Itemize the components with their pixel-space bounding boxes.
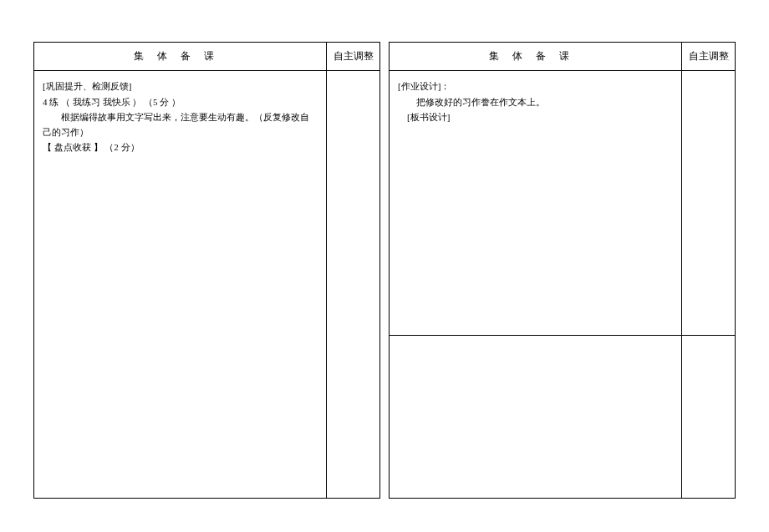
right-body-adjust-bottom xyxy=(681,336,735,498)
right-body-main-top: [作业设计]： 把修改好的习作誊在作文本上。 [板书设计] xyxy=(390,71,681,335)
right-pane: 集体备课 自主调整 [作业设计]： 把修改好的习作誊在作文本上。 [板书设计] xyxy=(389,42,736,499)
right-body-row-top: [作业设计]： 把修改好的习作誊在作文本上。 [板书设计] xyxy=(390,71,735,336)
right-line-1: [作业设计]： xyxy=(398,79,673,94)
left-body-adjust xyxy=(326,71,379,498)
left-pane: 集体备课 自主调整 [巩固提升、检测反馈] 4 练 （ 我练习 我快乐 ） （5… xyxy=(33,42,380,499)
left-line-4: 【 盘点收获 】 （2 分） xyxy=(43,140,318,155)
right-line-3: [板书设计] xyxy=(398,110,673,125)
left-body-main: [巩固提升、检测反馈] 4 练 （ 我练习 我快乐 ） （5 分 ） 根据编得故… xyxy=(34,71,326,498)
right-header-adjust: 自主调整 xyxy=(681,43,735,70)
page-container: 集体备课 自主调整 [巩固提升、检测反馈] 4 练 （ 我练习 我快乐 ） （5… xyxy=(33,42,736,499)
left-header-row: 集体备课 自主调整 xyxy=(34,43,379,71)
right-body-row-bottom xyxy=(390,336,735,498)
left-header-main: 集体备课 xyxy=(34,43,326,70)
right-body-main-bottom xyxy=(390,336,681,498)
left-header-adjust: 自主调整 xyxy=(326,43,379,70)
right-header-row: 集体备课 自主调整 xyxy=(390,43,735,71)
left-line-3: 根据编得故事用文字写出来，注意要生动有趣。（反复修改自己的习作） xyxy=(43,110,318,139)
right-body-adjust-top xyxy=(681,71,735,335)
left-line-1: [巩固提升、检测反馈] xyxy=(43,79,318,94)
left-body-row: [巩固提升、检测反馈] 4 练 （ 我练习 我快乐 ） （5 分 ） 根据编得故… xyxy=(34,71,379,498)
right-line-2: 把修改好的习作誊在作文本上。 xyxy=(398,95,673,110)
left-line-2: 4 练 （ 我练习 我快乐 ） （5 分 ） xyxy=(43,95,318,110)
right-body-wrapper: [作业设计]： 把修改好的习作誊在作文本上。 [板书设计] xyxy=(390,71,735,498)
right-header-main: 集体备课 xyxy=(390,43,681,70)
